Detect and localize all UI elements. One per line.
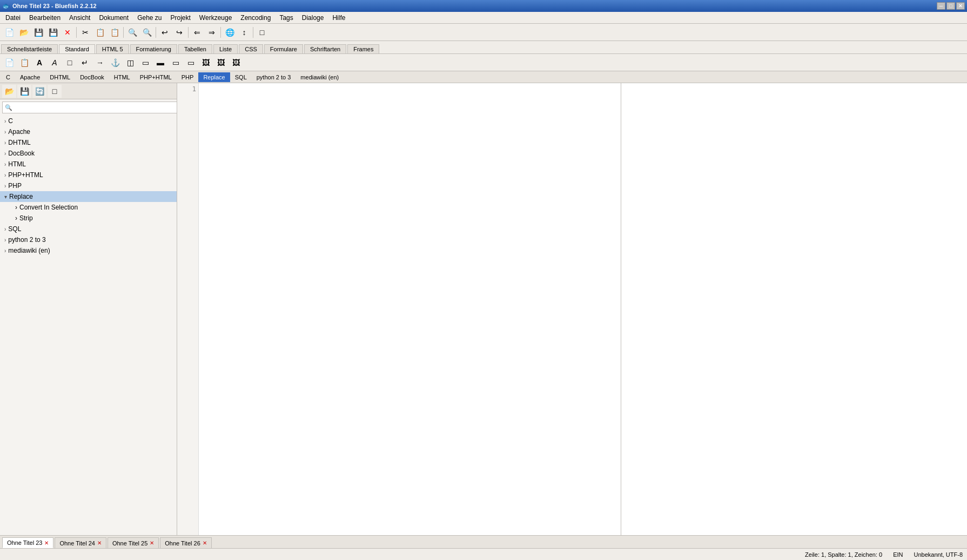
italic-button[interactable]: A [48,56,62,69]
insert-btn-7[interactable]: ▭ [169,56,183,69]
doc-tab-ohne-titel-23[interactable]: Ohne Titel 23✕ [2,537,53,548]
toolbar-main: 📄 📂 💾 💾 ✕ ✂ 📋 📋 🔍 🔍 ↩ ↪ ⇐ ⇒ 🌐 ↕ □ [0,24,967,41]
maximize-button[interactable]: □ [946,2,955,10]
sidebar-item-mediawiki-en[interactable]: ›mediawiki (en) [0,245,177,256]
tab1-tabellen[interactable]: Tabellen [178,44,212,53]
insert-btn-6[interactable]: ▬ [153,56,167,69]
menu-item-bearbeiten[interactable]: Bearbeiten [25,12,65,23]
title-bar-controls[interactable]: ─ □ ✕ [937,2,965,10]
sidebar-open-btn[interactable]: 📂 [2,85,16,98]
tab1-formatierung[interactable]: Formatierung [130,44,177,53]
tab1-schnellstartleiste[interactable]: Schnellstartleiste [1,44,58,53]
insert-btn-2[interactable]: 📋 [17,56,31,69]
doc-tab-ohne-titel-25[interactable]: Ohne Titel 25✕ [108,537,159,548]
sidebar-list: ›C›Apache›DHTML›DocBook›HTML›PHP+HTML›PH… [0,116,177,535]
insert-btn-5[interactable]: ▭ [138,56,152,69]
image-button-3[interactable]: 🖼 [229,56,243,69]
tab1-formulare[interactable]: Formulare [264,44,303,53]
menu-item-ansicht[interactable]: Ansicht [65,12,95,23]
save-button[interactable]: 💾 [31,26,45,39]
save-as-button[interactable]: 💾 [46,26,60,39]
sidebar-item-dhtml[interactable]: ›DHTML [0,137,177,148]
search-input[interactable] [2,102,177,113]
menu-item-projekt[interactable]: Projekt [166,12,195,23]
sidebar-item-sql[interactable]: ›SQL [0,224,177,234]
tag-replace[interactable]: Replace [198,72,230,82]
preview-button[interactable]: 🌐 [223,26,237,39]
tab1-schriftarten[interactable]: Schriftarten [304,44,346,53]
close-button-toolbar[interactable]: ✕ [61,26,75,39]
menu-item-gehe-zu[interactable]: Gehe zu [133,12,166,23]
insert-btn-8[interactable]: ▭ [184,56,198,69]
tab1-css[interactable]: CSS [239,44,263,53]
tag-mediawiki-en[interactable]: mediawiki (en) [296,72,344,82]
menu-item-zencoding[interactable]: Zencoding [236,12,275,23]
break-button[interactable]: ↵ [78,56,92,69]
tag-html[interactable]: HTML [109,72,135,82]
anchor-button[interactable]: ⚓ [108,56,122,69]
tab1-standard[interactable]: Standard [59,44,95,53]
copy-button[interactable]: 📋 [93,26,107,39]
menu-item-tags[interactable]: Tags [275,12,297,23]
sidebar-item-docbook[interactable]: ›DocBook [0,148,177,159]
tag-sql[interactable]: SQL [230,72,252,82]
sidebar-save-btn[interactable]: 💾 [17,85,31,98]
sidebar-item-html[interactable]: ›HTML [0,159,177,170]
menu-item-dialoge[interactable]: Dialoge [298,12,328,23]
tab1-liste[interactable]: Liste [213,44,238,53]
doc-tab-close-icon[interactable]: ✕ [203,540,207,546]
undo-button[interactable]: ↩ [158,26,172,39]
sidebar-item-php+html[interactable]: ›PHP+HTML [0,170,177,180]
open-file-button[interactable]: 📂 [17,26,31,39]
menu-item-werkzeuge[interactable]: Werkzeuge [195,12,236,23]
doc-tab-close-icon[interactable]: ✕ [97,540,102,546]
bold-button[interactable]: A [32,56,46,69]
tag-c[interactable]: C [1,72,15,82]
sidebar-subitem-convert-in-selection[interactable]: ›Convert In Selection [0,202,177,213]
insert-btn-3[interactable]: □ [63,56,77,69]
menu-item-datei[interactable]: Datei [1,12,25,23]
image-button-2[interactable]: 🖼 [214,56,228,69]
insert-btn-4[interactable]: ◫ [123,56,137,69]
sidebar-item-replace[interactable]: ▾Replace [0,191,177,202]
doc-tab-close-icon[interactable]: ✕ [150,540,154,546]
doc-tab-ohne-titel-26[interactable]: Ohne Titel 26✕ [160,537,211,548]
sidebar-item-php[interactable]: ›PHP [0,180,177,191]
fullscreen-button[interactable]: □ [255,26,269,39]
sidebar-item-c[interactable]: ›C [0,116,177,126]
insert-btn-1[interactable]: 📄 [2,56,16,69]
sidebar-refresh-btn[interactable]: 🔄 [32,85,46,98]
editor-content[interactable] [199,83,967,535]
sidebar-subitem-strip[interactable]: ›Strip [0,213,177,224]
sidebar-item-label: HTML [8,160,26,168]
minimize-button[interactable]: ─ [937,2,945,10]
status-bar: Zeile: 1, Spalte: 1, Zeichen: 0 EIN Unbe… [0,548,967,560]
doc-tab-ohne-titel-24[interactable]: Ohne Titel 24✕ [55,537,106,548]
sidebar-item-python-2-to-3[interactable]: ›python 2 to 3 [0,234,177,245]
filebrowser-button[interactable]: ↕ [237,26,251,39]
tab1-html-5[interactable]: HTML 5 [96,44,129,53]
doc-tab-close-icon[interactable]: ✕ [44,540,49,546]
sidebar-extra-btn[interactable]: □ [48,85,62,98]
menu-item-dokument[interactable]: Dokument [95,12,133,23]
find-replace-button[interactable]: 🔍 [140,26,154,39]
cut-button[interactable]: ✂ [78,26,92,39]
tag-docbook[interactable]: DocBook [75,72,109,82]
tab1-frames[interactable]: Frames [347,44,379,53]
tag-dhtml[interactable]: DHTML [45,72,75,82]
tag-python-2-to-3[interactable]: python 2 to 3 [252,72,296,82]
indent-button[interactable]: ⇐ [190,26,204,39]
redo-button[interactable]: ↪ [172,26,186,39]
paste-button[interactable]: 📋 [108,26,122,39]
image-button-1[interactable]: 🖼 [199,56,213,69]
find-button[interactable]: 🔍 [125,26,139,39]
arrow-btn[interactable]: → [93,56,107,69]
menu-item-hilfe[interactable]: Hilfe [328,12,350,23]
close-button[interactable]: ✕ [956,2,965,10]
new-file-button[interactable]: 📄 [2,26,16,39]
outdent-button[interactable]: ⇒ [205,26,219,39]
tag-php[interactable]: PHP [177,72,199,82]
tag-apache[interactable]: Apache [15,72,45,82]
sidebar-item-apache[interactable]: ›Apache [0,126,177,137]
tag-php+html[interactable]: PHP+HTML [135,72,177,82]
